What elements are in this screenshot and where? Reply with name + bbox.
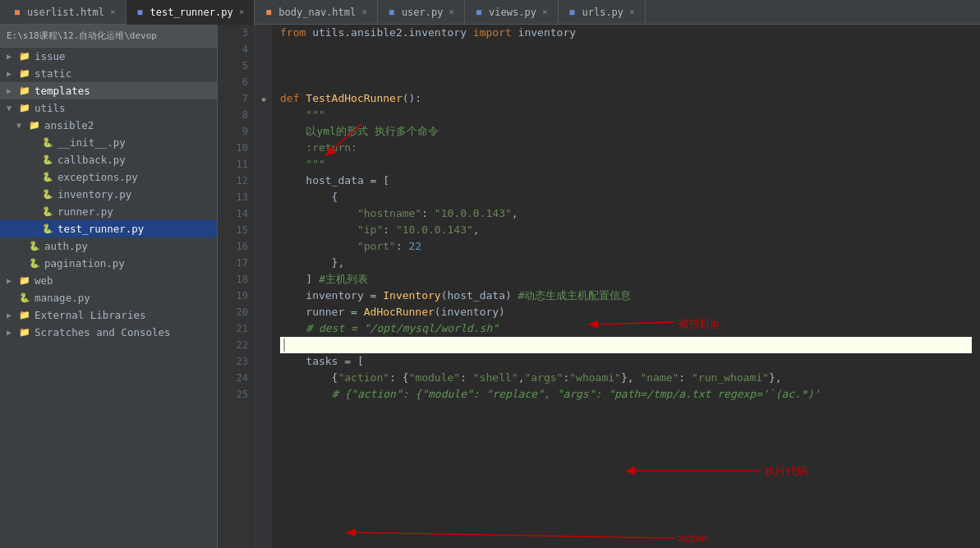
- gutter: ◆: [255, 25, 272, 548]
- tab-icon-py: ■: [567, 7, 578, 18]
- line-num-5: 5: [218, 58, 248, 74]
- py-icon: 🐍: [41, 189, 54, 200]
- tab-test-runner[interactable]: ■ test_runner.py ×: [127, 0, 255, 25]
- folder-arrow-icon: ▶: [7, 328, 15, 337]
- line-num-10: 10: [218, 140, 248, 156]
- code-line-15: "ip": "10.0.0.143",: [280, 222, 972, 238]
- sidebar-item-scratches[interactable]: ▶ 📁 Scratches and Consoles: [0, 324, 217, 341]
- sidebar-item-inventory[interactable]: ▶ 🐍 inventory.py: [0, 186, 217, 203]
- line-num-17: 17: [218, 255, 248, 271]
- line-num-16: 16: [218, 238, 248, 255]
- sidebar-header: E:\s18课程\12.自动化运维\devop: [0, 25, 217, 48]
- tab-icon-html: ■: [12, 7, 23, 18]
- sidebar-item-external[interactable]: ▶ 📁 External Libraries: [0, 306, 217, 324]
- sidebar-item-init[interactable]: ▶ 🐍 __init__.py: [0, 134, 217, 151]
- tab-icon-py: ■: [135, 7, 146, 18]
- sidebar-item-utils[interactable]: ▼ 📁 utils: [0, 99, 217, 117]
- code-line-11: """: [280, 156, 972, 173]
- sidebar-label: Scratches and Consoles: [35, 326, 171, 338]
- code-line-9: 以yml的形式 执行多个命令: [280, 123, 972, 140]
- code-line-5: [280, 58, 972, 74]
- line-num-9: 9: [218, 123, 248, 140]
- folder-arrow-icon: ▶: [7, 311, 15, 320]
- tab-label: urls.py: [582, 7, 624, 18]
- tab-label: userlist.html: [27, 7, 104, 18]
- sidebar-label: manage.py: [35, 292, 90, 304]
- sidebar-label: External Libraries: [35, 309, 145, 321]
- sidebar-label: callback.py: [58, 154, 126, 166]
- tab-label: user.py: [402, 7, 444, 18]
- svg-text:执行代码: 执行代码: [765, 465, 807, 477]
- sidebar-item-ansible2[interactable]: ▼ 📁 ansible2: [0, 117, 217, 134]
- code-line-6: [280, 74, 972, 90]
- code-editor[interactable]: 3 4 5 6 7 8 9 10 11 12 13 14 15 16 17 18…: [218, 25, 980, 548]
- line-num-19: 19: [218, 288, 248, 304]
- code-line-13: {: [280, 189, 972, 205]
- code-line-17: },: [280, 255, 972, 271]
- tab-close[interactable]: ×: [541, 7, 550, 17]
- sidebar-label: __init__.py: [58, 136, 126, 149]
- sidebar-item-callback[interactable]: ▶ 🐍 callback.py: [0, 151, 217, 168]
- folder-icon: 📁: [18, 68, 31, 79]
- py-icon: 🐍: [41, 172, 54, 182]
- code-line-14: "hostname": "10.0.0.143",: [280, 205, 972, 222]
- tab-urls[interactable]: ■ urls.py ×: [559, 0, 646, 25]
- sidebar-item-issue[interactable]: ▶ 📁 issue: [0, 48, 217, 65]
- folder-arrow-icon: ▼: [7, 104, 15, 113]
- line-num-22: 22: [218, 337, 248, 353]
- tab-close[interactable]: ×: [447, 7, 456, 17]
- tab-label: body_nav.html: [278, 7, 356, 18]
- tab-close[interactable]: ×: [237, 7, 246, 17]
- sidebar-label: utils: [35, 102, 66, 114]
- line-num-8: 8: [218, 107, 248, 123]
- folder-arrow-icon: ▼: [16, 121, 25, 130]
- sidebar-label: test_runner.py: [58, 223, 144, 235]
- line-num-20: 20: [218, 304, 248, 320]
- sidebar-label: exceptions.py: [58, 171, 138, 183]
- folder-icon: 📁: [18, 103, 31, 113]
- sidebar-item-runner[interactable]: ▶ 🐍 runner.py: [0, 203, 217, 220]
- tab-body-nav[interactable]: ■ body_nav.html ×: [255, 0, 378, 25]
- sidebar-item-web[interactable]: ▶ 📁 web: [0, 272, 217, 289]
- tab-icon-html: ■: [263, 7, 274, 18]
- line-num-25: 25: [218, 386, 248, 403]
- line-num-24: 24: [218, 370, 248, 386]
- tab-userlist[interactable]: ■ userlist.html ×: [3, 0, 127, 25]
- sidebar-item-exceptions[interactable]: ▶ 🐍 exceptions.py: [0, 168, 217, 186]
- code-line-16: "port": 22: [280, 238, 972, 255]
- code-line-7: def TestAdHocRunner():: [280, 90, 972, 107]
- tab-label: test_runner.py: [150, 7, 233, 18]
- tab-close[interactable]: ×: [360, 7, 369, 17]
- sidebar-label: ansible2: [44, 119, 94, 131]
- tab-label: views.py: [489, 7, 536, 18]
- sidebar-label: runner.py: [58, 205, 113, 218]
- line-num-3: 3: [218, 25, 248, 41]
- code-line-22: [280, 337, 972, 353]
- sidebar-item-auth[interactable]: ▶ 🐍 auth.py: [0, 237, 217, 255]
- sidebar-label: pagination.py: [44, 257, 125, 269]
- code-line-3: from utils.ansible2.inventory import inv…: [280, 25, 972, 41]
- folder-arrow-icon: ▶: [7, 86, 15, 95]
- code-line-10: :return:: [280, 140, 972, 156]
- tab-icon-py: ■: [473, 7, 485, 18]
- tab-close[interactable]: ×: [108, 7, 117, 17]
- folder-icon: 📁: [28, 120, 41, 131]
- line-num-23: 23: [218, 353, 248, 370]
- sidebar-item-manage[interactable]: ▶ 🐍 manage.py: [0, 289, 217, 306]
- svg-text:action: action: [679, 532, 707, 544]
- py-icon: 🐍: [41, 137, 54, 148]
- line-numbers: 3 4 5 6 7 8 9 10 11 12 13 14 15 16 17 18…: [218, 25, 255, 548]
- sidebar-label: web: [35, 274, 53, 287]
- folder-arrow-icon: ▶: [7, 69, 15, 78]
- sidebar-item-templates[interactable]: ▶ 📁 templates: [0, 82, 217, 99]
- tab-close[interactable]: ×: [628, 7, 637, 17]
- sidebar-item-pagination[interactable]: ▶ 🐍 pagination.py: [0, 255, 217, 272]
- sidebar-item-static[interactable]: ▶ 📁 static: [0, 65, 217, 82]
- line-num-6: 6: [218, 74, 248, 90]
- tab-views[interactable]: ■ views.py ×: [465, 0, 558, 25]
- code-line-23: tasks = [: [280, 353, 972, 370]
- main-layout: E:\s18课程\12.自动化运维\devop ▶ 📁 issue ▶ 📁 st…: [0, 25, 980, 548]
- sidebar-item-test-runner[interactable]: ▶ 🐍 test_runner.py: [0, 220, 217, 237]
- tab-user[interactable]: ■ user.py ×: [378, 0, 465, 25]
- folder-icon: 📁: [18, 327, 31, 338]
